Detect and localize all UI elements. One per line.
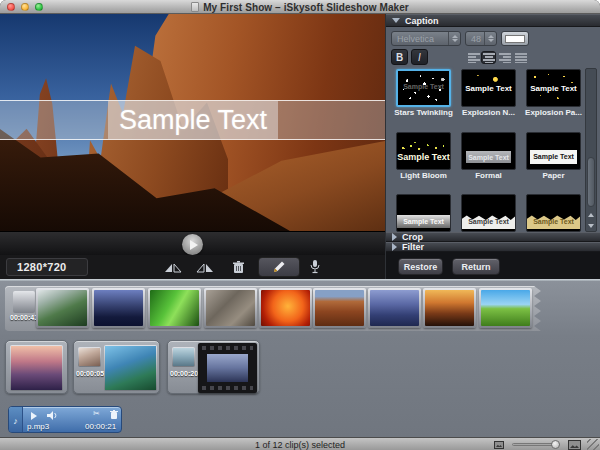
clip-thumbnail	[261, 290, 310, 326]
timeline-clip[interactable]	[204, 288, 257, 328]
effect-label: Stars Twinkling	[390, 108, 457, 117]
effect-thumb-paper[interactable]: Sample Text	[526, 132, 581, 170]
crop-panel-header[interactable]: Crop	[386, 232, 600, 242]
align-justify-button[interactable]	[513, 51, 528, 64]
timeline-card[interactable]: 00:00:05	[73, 340, 160, 394]
filter-panel-header[interactable]: Filter	[386, 242, 600, 252]
caption-text[interactable]: Sample Text	[119, 105, 267, 136]
video-clip-filmstrip[interactable]	[198, 343, 257, 393]
disclosure-right-icon	[392, 243, 397, 251]
timeline-card[interactable]	[5, 340, 68, 394]
timeline-clip[interactable]	[479, 288, 532, 328]
timeline-clip-partial[interactable]	[13, 291, 35, 313]
play-icon	[190, 240, 198, 250]
align-right-icon	[499, 53, 511, 63]
effect-label: Light Bloom	[390, 171, 457, 180]
effects-scrollbar[interactable]	[585, 68, 597, 232]
record-voice-button[interactable]	[302, 258, 328, 276]
timeline-clip[interactable]	[259, 288, 312, 328]
scrollbar-thumb[interactable]	[587, 157, 595, 207]
audio-duration: 00:00:21	[85, 422, 116, 431]
panel-bottom-bar: Restore Return	[386, 252, 600, 279]
flip-left-icon	[164, 261, 182, 274]
restore-button[interactable]: Restore	[398, 258, 443, 275]
scroll-down-button[interactable]	[586, 220, 596, 231]
caption-panel-header[interactable]: Caption	[386, 14, 600, 27]
effect-thumb-explosion-n[interactable]: Sample Text	[461, 69, 516, 107]
effect-sample-text: Sample Text	[398, 83, 449, 90]
timeline-clip[interactable]	[368, 288, 421, 328]
video-preview[interactable]: Sample Text	[0, 14, 385, 231]
flip-right-button[interactable]	[192, 258, 218, 276]
filmstrip-holes	[202, 386, 253, 390]
status-bar: 1 of 12 clip(s) selected	[0, 437, 600, 450]
align-justify-icon	[515, 53, 527, 63]
align-left-icon	[468, 53, 480, 63]
play-button[interactable]	[182, 234, 203, 255]
bold-button[interactable]: B	[391, 49, 408, 65]
effect-sample-text: Sample Text	[462, 214, 515, 229]
italic-label: I	[418, 52, 421, 63]
caption-overlay-strip[interactable]: Sample Text	[0, 100, 385, 140]
timeline-clip[interactable]	[148, 288, 201, 328]
effect-label: Paper	[520, 171, 587, 180]
italic-button[interactable]: I	[411, 49, 428, 65]
clip-duration-label: 00:00:20	[170, 370, 198, 377]
align-left-button[interactable]	[466, 51, 481, 64]
timeline-area: 00:00:41 00:00:05 00:00:20	[0, 281, 600, 437]
font-family-value: Helvetica	[392, 34, 448, 44]
zoom-slider-knob[interactable]	[551, 440, 560, 449]
timeline-clip[interactable]	[313, 288, 366, 328]
selection-status-text: 1 of 12 clip(s) selected	[0, 440, 600, 450]
font-color-well[interactable]	[501, 31, 529, 46]
audio-clip[interactable]: ♪ ✂ p.mp3 00:00:21	[8, 406, 122, 433]
effect-thumb-light-bloom[interactable]: Sample Text	[396, 132, 451, 170]
align-center-button[interactable]	[481, 51, 496, 64]
flip-right-icon	[196, 261, 214, 274]
effect-thumb-row3-3[interactable]: Sample Text	[526, 194, 581, 232]
effect-thumb-explosion-pa[interactable]: Sample Text	[526, 69, 581, 107]
effect-thumb-formal[interactable]: Sample Text	[461, 132, 516, 170]
clip-thumbnail	[206, 290, 255, 326]
clip-duration-label: 00:00:05	[76, 370, 104, 377]
return-label: Return	[462, 262, 491, 272]
effect-thumb-row3-1[interactable]: Sample Text	[396, 194, 451, 232]
audio-play-icon[interactable]	[31, 412, 37, 420]
timeline-clip[interactable]	[423, 288, 476, 328]
caption-panel: Caption Helvetica 48 B I	[385, 14, 600, 279]
resolution-value: 1280*720	[17, 261, 67, 273]
scissors-icon[interactable]: ✂	[93, 409, 100, 418]
audio-trash-icon[interactable]	[110, 410, 118, 419]
return-button[interactable]: Return	[452, 258, 500, 275]
app-window: My First Show – iSkysoft Slideshow Maker…	[0, 0, 600, 450]
restore-label: Restore	[404, 262, 438, 272]
align-right-button[interactable]	[497, 51, 512, 64]
resolution-field[interactable]: 1280*720	[6, 258, 88, 276]
effect-label: Explosion Pa...	[520, 108, 587, 117]
effect-thumb-stars-twinkling[interactable]: Sample Text	[396, 69, 451, 107]
edit-toolbar: 1280*720	[0, 255, 385, 279]
edit-caption-button[interactable]	[258, 257, 300, 277]
timeline-card[interactable]: 00:00:20	[167, 340, 260, 394]
effect-sample-text: Sample Text	[462, 84, 515, 93]
clip-thumbnail	[425, 290, 474, 326]
clip-thumbnail	[94, 290, 143, 326]
scroll-up-button[interactable]	[586, 209, 596, 220]
timeline-clip[interactable]	[92, 288, 145, 328]
caption-text-box[interactable]: Sample Text	[108, 101, 278, 139]
font-size-popup[interactable]: 48	[465, 31, 497, 46]
effect-sample-text: Sample Text	[527, 214, 580, 229]
titlebar[interactable]: My First Show – iSkysoft Slideshow Maker	[0, 0, 600, 14]
effect-sample-text: Sample Text	[397, 152, 450, 162]
caption-panel-title: Caption	[405, 16, 439, 26]
music-note-icon: ♪	[9, 407, 23, 433]
timeline-clip[interactable]	[36, 288, 89, 328]
flip-left-button[interactable]	[160, 258, 186, 276]
effect-thumb-row3-2[interactable]: Sample Text	[461, 194, 516, 232]
font-family-popup[interactable]: Helvetica	[391, 31, 461, 46]
delete-clip-button[interactable]	[227, 258, 249, 276]
speaker-icon[interactable]	[47, 411, 57, 420]
resize-grip[interactable]	[587, 439, 599, 450]
popup-stepper-icon	[484, 32, 496, 45]
color-swatch	[505, 35, 525, 43]
